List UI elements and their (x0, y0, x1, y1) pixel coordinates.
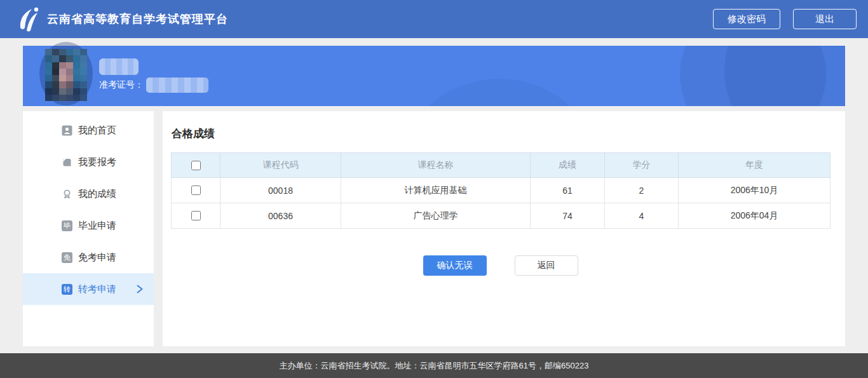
exam-id-redacted (146, 78, 208, 93)
main-panel: 合格成绩 课程代码 课程名称 成绩 学分 年度 00018 计算机应用基础 (163, 111, 845, 346)
change-password-button[interactable]: 修改密码 (713, 9, 780, 29)
action-buttons: 确认无误 返回 (171, 255, 830, 276)
confirm-button[interactable]: 确认无误 (423, 255, 487, 276)
cell-credit: 4 (605, 203, 679, 229)
sidebar-item-label: 我要报考 (78, 156, 116, 168)
page-title: 云南省高等教育自学考试管理平台 (47, 11, 228, 27)
chevron-right-icon (136, 284, 144, 294)
row-checkbox[interactable] (191, 211, 201, 220)
row-checkbox[interactable] (191, 186, 201, 195)
select-all-cell (172, 153, 220, 178)
cell-course-code: 00018 (220, 178, 341, 203)
top-header: 云南省高等教育自学考试管理平台 修改密码 退出 (0, 0, 868, 38)
section-title: 合格成绩 (172, 126, 830, 141)
sidebar-item-transfer-apply[interactable]: 转 转考申请 (23, 273, 154, 305)
sidebar-item-exemption-apply[interactable]: 免 免考申请 (23, 241, 154, 273)
column-header-year: 年度 (679, 153, 831, 178)
book-icon (62, 157, 72, 168)
column-header-score: 成绩 (531, 153, 605, 178)
sidebar-item-graduation-apply[interactable]: 毕 毕业申请 (23, 210, 154, 241)
table-header-row: 课程代码 课程名称 成绩 学分 年度 (172, 153, 831, 178)
graduation-badge-icon: 毕 (62, 220, 72, 231)
logout-button[interactable]: 退出 (793, 9, 857, 29)
transfer-badge-icon: 转 (62, 284, 72, 295)
table-row: 00636 广告心理学 74 4 2006年04月 (172, 203, 831, 229)
exam-id-label: 准考证号： (99, 79, 144, 91)
avatar-photo-pixelated (45, 49, 87, 101)
sidebar-item-my-home[interactable]: 我的首页 (23, 114, 154, 146)
sidebar-item-label: 转考申请 (78, 283, 116, 295)
cell-course-name: 广告心理学 (341, 203, 531, 229)
decorative-circle (395, 79, 604, 106)
cell-course-code: 00636 (220, 203, 341, 229)
sidebar-item-register-exam[interactable]: 我要报考 (23, 146, 154, 178)
user-name-redacted (99, 58, 139, 75)
cell-year: 2006年04月 (679, 203, 831, 229)
cell-year: 2006年10月 (679, 178, 831, 203)
platform-logo-icon (17, 5, 42, 33)
column-header-course-code: 课程代码 (220, 153, 341, 178)
sidebar-nav: 我的首页 我要报考 我的成绩 毕 毕业申请 免 免考申请 转 转考申请 (23, 111, 154, 346)
cell-credit: 2 (605, 178, 679, 203)
qualified-scores-table: 课程代码 课程名称 成绩 学分 年度 00018 计算机应用基础 61 2 20… (171, 152, 831, 229)
cell-score: 61 (531, 178, 605, 203)
user-banner: 准考证号： (23, 46, 845, 106)
column-header-credit: 学分 (605, 153, 679, 178)
footer-text: 主办单位：云南省招生考试院。地址：云南省昆明市五华区学府路61号，邮编65022… (280, 360, 589, 372)
cell-course-name: 计算机应用基础 (341, 178, 531, 203)
user-icon (62, 125, 72, 136)
sidebar-item-label: 免考申请 (78, 252, 116, 264)
cell-score: 74 (531, 203, 605, 229)
header-actions: 修改密码 退出 (713, 9, 857, 29)
select-all-checkbox[interactable] (191, 161, 201, 170)
sidebar-item-label: 我的首页 (78, 125, 116, 137)
page-footer: 主办单位：云南省招生考试院。地址：云南省昆明市五华区学府路61号，邮编65022… (0, 353, 868, 378)
back-button[interactable]: 返回 (515, 255, 578, 276)
sidebar-item-label: 毕业申请 (78, 220, 116, 232)
column-header-course-name: 课程名称 (341, 153, 531, 178)
decorative-circle (724, 46, 845, 106)
sidebar-item-label: 我的成绩 (78, 188, 116, 200)
exemption-badge-icon: 免 (62, 252, 72, 263)
sidebar-item-my-scores[interactable]: 我的成绩 (23, 178, 154, 210)
table-row: 00018 计算机应用基础 61 2 2006年10月 (172, 178, 831, 203)
medal-icon (62, 189, 72, 199)
